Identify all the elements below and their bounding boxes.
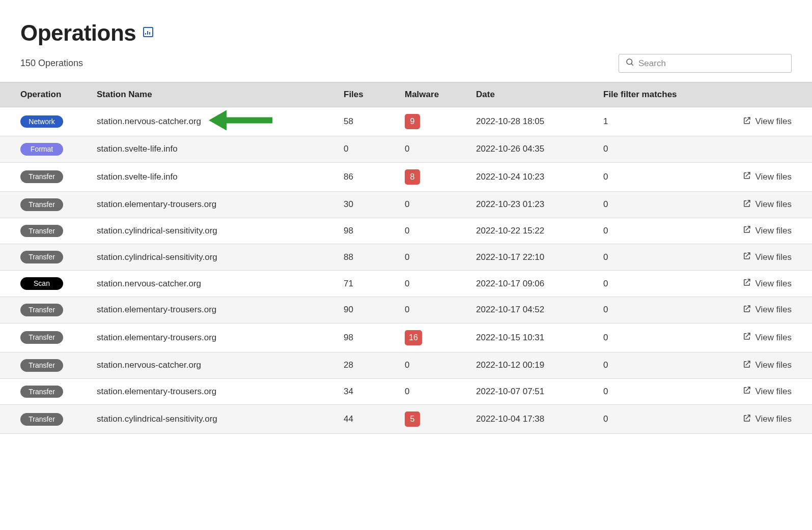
search-input[interactable] xyxy=(638,58,785,69)
page-title: Operations xyxy=(20,20,136,46)
malware-count: 0 xyxy=(405,199,476,210)
view-files-link[interactable]: View files xyxy=(742,304,792,316)
operation-badge: Transfer xyxy=(20,304,63,316)
malware-badge: 8 xyxy=(405,169,420,185)
table-row[interactable]: Transferstation.cylindrical-sensitivity.… xyxy=(0,405,812,434)
station-name: station.elementary-trousers.org xyxy=(97,387,344,397)
view-files-label: View files xyxy=(755,199,792,210)
malware-count: 0 xyxy=(405,252,476,262)
table-row[interactable]: Transferstation.elementary-trousers.org9… xyxy=(0,323,812,352)
view-files-label: View files xyxy=(755,360,792,370)
table-row[interactable]: Transferstation.cylindrical-sensitivity.… xyxy=(0,244,812,271)
operation-badge: Transfer xyxy=(20,359,63,372)
view-files-link[interactable]: View files xyxy=(742,278,792,289)
view-files-label: View files xyxy=(755,305,792,315)
table-row[interactable]: Transferstation.svelte-life.info8682022-… xyxy=(0,163,812,192)
malware-count: 0 xyxy=(405,387,476,397)
filter-matches: 0 xyxy=(603,144,705,154)
filter-matches: 0 xyxy=(603,199,705,210)
files-count: 88 xyxy=(344,252,405,262)
date-cell: 2022-10-24 10:23 xyxy=(476,172,603,182)
view-files-link[interactable]: View files xyxy=(742,251,792,263)
view-files-link[interactable]: View files xyxy=(742,386,792,397)
filter-matches: 0 xyxy=(603,387,705,397)
col-files[interactable]: Files xyxy=(344,90,405,100)
external-link-icon xyxy=(742,386,751,397)
station-name: station.svelte-life.info xyxy=(97,144,344,154)
table-row[interactable]: Transferstation.elementary-trousers.org3… xyxy=(0,379,812,405)
table-row[interactable]: Scanstation.nervous-catcher.org7102022-1… xyxy=(0,271,812,297)
view-files-link[interactable]: View files xyxy=(742,199,792,211)
operation-badge: Network xyxy=(20,115,63,128)
filter-matches: 0 xyxy=(603,305,705,315)
date-cell: 2022-10-23 01:23 xyxy=(476,199,603,210)
table-row[interactable]: Transferstation.elementary-trousers.org9… xyxy=(0,297,812,323)
files-count: 44 xyxy=(344,414,405,424)
view-files-link[interactable]: View files xyxy=(742,332,792,343)
view-files-label: View files xyxy=(755,387,792,397)
malware-count: 0 xyxy=(405,305,476,315)
operation-badge: Transfer xyxy=(20,170,63,183)
date-cell: 2022-10-28 18:05 xyxy=(476,116,603,127)
view-files-link[interactable]: View files xyxy=(742,171,792,183)
operation-badge: Format xyxy=(20,143,63,156)
col-station[interactable]: Station Name xyxy=(97,90,344,100)
filter-matches: 0 xyxy=(603,226,705,236)
external-link-icon xyxy=(742,332,751,343)
files-count: 98 xyxy=(344,226,405,236)
operation-badge: Scan xyxy=(20,277,63,290)
table-header: Operation Station Name Files Malware Dat… xyxy=(0,82,812,107)
date-cell: 2022-10-17 09:06 xyxy=(476,279,603,289)
malware-badge: 9 xyxy=(405,114,420,129)
malware-count: 0 xyxy=(405,279,476,289)
view-files-label: View files xyxy=(755,279,792,289)
view-files-link[interactable]: View files xyxy=(742,225,792,237)
external-link-icon xyxy=(742,304,751,316)
date-cell: 2022-10-22 15:22 xyxy=(476,226,603,236)
files-count: 34 xyxy=(344,387,405,397)
view-files-link[interactable]: View files xyxy=(742,116,792,128)
table-body: Networkstation.nervous-catcher.org589202… xyxy=(0,107,812,434)
operation-badge: Transfer xyxy=(20,331,63,344)
chart-icon xyxy=(142,26,154,41)
view-files-label: View files xyxy=(755,414,792,424)
filter-matches: 0 xyxy=(603,360,705,370)
view-files-link[interactable]: View files xyxy=(742,360,792,371)
view-files-label: View files xyxy=(755,226,792,236)
col-filter[interactable]: File filter matches xyxy=(603,90,705,100)
operation-badge: Transfer xyxy=(20,251,63,263)
view-files-link[interactable]: View files xyxy=(742,414,792,425)
operations-count: 150 Operations xyxy=(20,58,83,69)
station-name: station.elementary-trousers.org xyxy=(97,199,344,210)
table-row[interactable]: Formatstation.svelte-life.info002022-10-… xyxy=(0,136,812,163)
date-cell: 2022-10-04 17:38 xyxy=(476,414,603,424)
operation-badge: Transfer xyxy=(20,225,63,238)
malware-badge: 16 xyxy=(405,330,422,345)
files-count: 0 xyxy=(344,144,405,154)
col-malware[interactable]: Malware xyxy=(405,90,476,100)
search-box[interactable] xyxy=(619,54,792,73)
date-cell: 2022-10-17 04:52 xyxy=(476,305,603,315)
date-cell: 2022-10-12 00:19 xyxy=(476,360,603,370)
view-files-label: View files xyxy=(755,252,792,262)
external-link-icon xyxy=(742,225,751,237)
operation-badge: Transfer xyxy=(20,386,63,398)
filter-matches: 0 xyxy=(603,252,705,262)
date-cell: 2022-10-15 10:31 xyxy=(476,333,603,343)
filter-matches: 0 xyxy=(603,333,705,343)
filter-matches: 0 xyxy=(603,279,705,289)
col-operation[interactable]: Operation xyxy=(20,90,97,100)
table-row[interactable]: Transferstation.nervous-catcher.org28020… xyxy=(0,352,812,379)
view-files-label: View files xyxy=(755,116,792,127)
table-row[interactable]: Transferstation.elementary-trousers.org3… xyxy=(0,192,812,218)
files-count: 71 xyxy=(344,279,405,289)
search-icon xyxy=(625,57,634,69)
external-link-icon xyxy=(742,278,751,289)
table-row[interactable]: Networkstation.nervous-catcher.org589202… xyxy=(0,107,812,136)
col-date[interactable]: Date xyxy=(476,90,603,100)
filter-matches: 0 xyxy=(603,414,705,424)
date-cell: 2022-10-17 22:10 xyxy=(476,252,603,262)
files-count: 90 xyxy=(344,305,405,315)
station-name: station.cylindrical-sensitivity.org xyxy=(97,414,344,424)
table-row[interactable]: Transferstation.cylindrical-sensitivity.… xyxy=(0,218,812,245)
